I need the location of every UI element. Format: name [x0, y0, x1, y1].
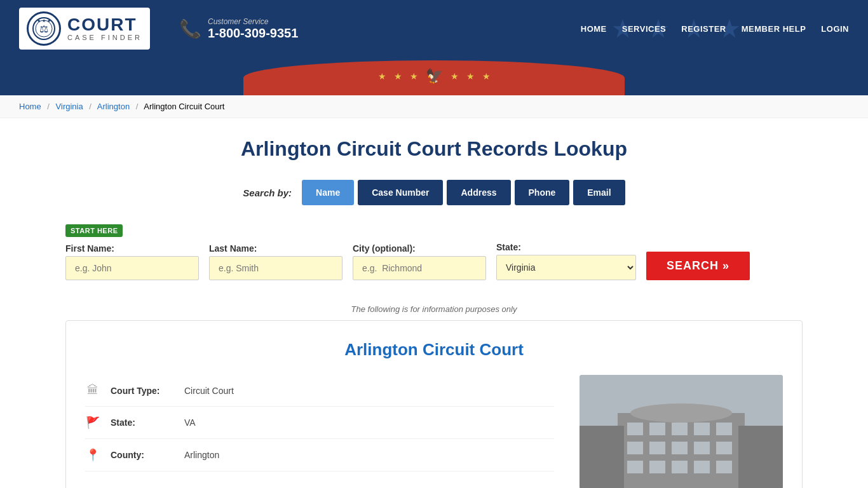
banner-star-5: ★: [466, 71, 475, 81]
svg-rect-12: [627, 442, 643, 454]
svg-rect-25: [580, 426, 624, 488]
court-type-icon: 🏛: [85, 384, 100, 397]
svg-rect-19: [672, 461, 688, 473]
breadcrumb-sep-1: /: [47, 102, 50, 111]
banner-star-6: ★: [482, 71, 491, 81]
eagle-icon: 🦅: [426, 68, 443, 85]
customer-service: 📞 Customer Service 1-800-309-9351: [179, 17, 298, 41]
nav-register[interactable]: REGISTER: [681, 24, 726, 34]
nav-services[interactable]: SERVICES: [622, 24, 667, 34]
search-form-container: START HERE First Name: Last Name: City (…: [65, 218, 803, 293]
last-name-group: Last Name:: [209, 243, 342, 280]
court-info-title: Arlington Circuit Court: [85, 340, 783, 360]
city-label: City (optional):: [353, 243, 486, 254]
logo-title: COURT: [67, 16, 142, 34]
svg-point-24: [630, 403, 732, 423]
cs-text: Customer Service 1-800-309-9351: [208, 17, 298, 41]
tab-address[interactable]: Address: [447, 180, 510, 205]
court-building-image: [580, 375, 783, 488]
eagle-stars-line: ★ ★ ★ 🦅 ★ ★ ★: [378, 68, 491, 85]
tab-case-number[interactable]: Case Number: [358, 180, 443, 205]
first-name-input[interactable]: [65, 256, 199, 280]
last-name-input[interactable]: [209, 256, 342, 280]
detail-county: 📍 County: Arlington: [85, 439, 554, 471]
svg-rect-10: [694, 423, 710, 435]
tab-name[interactable]: Name: [302, 180, 354, 205]
nav-member-help[interactable]: MEMBER HELP: [742, 24, 806, 34]
court-details-row: 🏛 Court Type: Circuit Court 🚩 State: VA …: [85, 375, 783, 488]
tab-email[interactable]: Email: [573, 180, 625, 205]
svg-rect-18: [649, 461, 665, 473]
logo-emblem: ⚖ ★ ★ ★: [27, 11, 61, 46]
svg-rect-13: [649, 442, 665, 454]
search-by-label: Search by:: [243, 187, 292, 198]
svg-text:⚖: ⚖: [39, 24, 48, 34]
first-name-group: First Name:: [65, 243, 199, 280]
first-name-label: First Name:: [65, 243, 199, 254]
info-note: The following is for information purpose…: [65, 304, 803, 314]
county-value: Arlington: [184, 450, 219, 460]
county-icon: 📍: [85, 448, 100, 462]
state-group: State: Virginia: [496, 242, 636, 280]
cs-label: Customer Service: [208, 17, 298, 26]
svg-rect-7: [627, 423, 643, 435]
page-title: Arlington Circuit Court Records Lookup: [65, 137, 803, 161]
city-group: City (optional):: [353, 243, 486, 280]
logo-text: COURT CASE FINDER: [67, 16, 142, 41]
state-select[interactable]: Virginia: [496, 255, 636, 280]
nav-home[interactable]: HOME: [581, 24, 607, 34]
banner-star-1: ★: [378, 71, 386, 81]
logo-subtitle: CASE FINDER: [67, 34, 142, 41]
cs-phone: 1-800-309-9351: [208, 26, 298, 41]
svg-rect-21: [716, 461, 732, 473]
banner-star-4: ★: [451, 71, 459, 81]
court-type-value: Circuit Court: [184, 386, 234, 396]
svg-rect-15: [694, 442, 710, 454]
nav-login[interactable]: LOGIN: [821, 24, 849, 34]
court-info-card: Arlington Circuit Court 🏛 Court Type: Ci…: [65, 320, 803, 488]
state-label-detail: State:: [111, 417, 174, 428]
breadcrumb-current: Arlington Circuit Court: [144, 102, 224, 111]
svg-rect-20: [694, 461, 710, 473]
svg-rect-16: [716, 442, 732, 454]
phone-icon: 📞: [179, 18, 201, 39]
detail-court-type: 🏛 Court Type: Circuit Court: [85, 375, 554, 407]
site-header: ⚖ ★ ★ ★ COURT CASE FINDER 📞 Customer Ser…: [0, 0, 868, 57]
county-label: County:: [111, 450, 174, 460]
city-input[interactable]: [353, 256, 486, 280]
form-row: First Name: Last Name: City (optional): …: [65, 242, 803, 280]
eagle-banner: ★ ★ ★ 🦅 ★ ★ ★: [0, 57, 868, 95]
banner-star-2: ★: [394, 71, 402, 81]
breadcrumb-arlington[interactable]: Arlington: [97, 102, 130, 111]
detail-state: 🚩 State: VA: [85, 407, 554, 439]
svg-rect-17: [627, 461, 643, 473]
breadcrumb: Home / Virginia / Arlington / Arlington …: [0, 95, 868, 118]
state-value-detail: VA: [184, 417, 196, 428]
tab-phone[interactable]: Phone: [515, 180, 570, 205]
logo-box: ⚖ ★ ★ ★ COURT CASE FINDER: [19, 8, 150, 50]
breadcrumb-home[interactable]: Home: [19, 102, 41, 111]
court-type-label: Court Type:: [111, 386, 174, 396]
main-content: Arlington Circuit Court Records Lookup S…: [53, 118, 815, 488]
svg-rect-11: [716, 423, 732, 435]
header-left: ⚖ ★ ★ ★ COURT CASE FINDER 📞 Customer Ser…: [19, 8, 298, 50]
search-by-row: Search by: Name Case Number Address Phon…: [65, 180, 803, 205]
main-nav: HOME SERVICES REGISTER MEMBER HELP LOGIN: [581, 24, 849, 34]
state-label: State:: [496, 242, 636, 252]
state-flag-icon: 🚩: [85, 416, 100, 430]
svg-rect-14: [672, 442, 688, 454]
svg-rect-26: [738, 426, 783, 488]
svg-text:★ ★ ★: ★ ★ ★: [37, 18, 51, 23]
svg-rect-9: [672, 423, 688, 435]
breadcrumb-sep-3: /: [136, 102, 139, 111]
last-name-label: Last Name:: [209, 243, 342, 254]
search-button[interactable]: SEARCH »: [646, 252, 750, 280]
svg-rect-8: [649, 423, 665, 435]
breadcrumb-sep-2: /: [89, 102, 92, 111]
court-details-left: 🏛 Court Type: Circuit Court 🚩 State: VA …: [85, 375, 554, 471]
breadcrumb-virginia[interactable]: Virginia: [56, 102, 83, 111]
start-here-badge: START HERE: [65, 224, 123, 237]
banner-star-3: ★: [410, 71, 418, 81]
